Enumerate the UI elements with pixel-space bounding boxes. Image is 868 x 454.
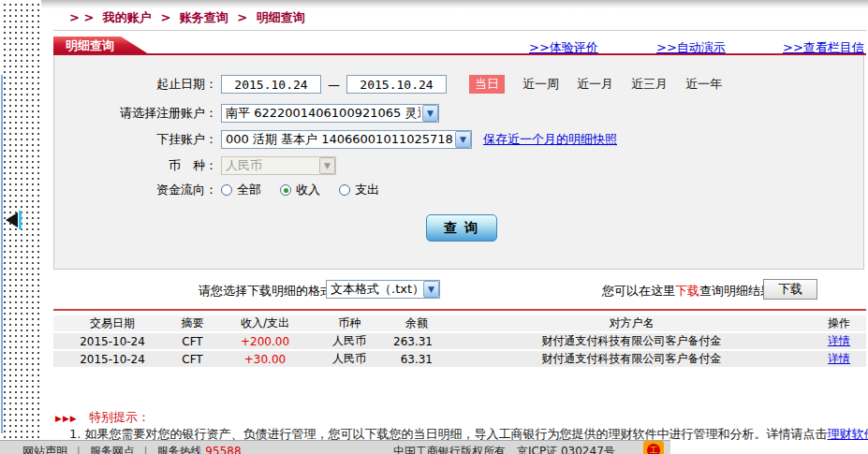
currency-row: 币 种： 人民币 ▼ xyxy=(54,155,336,176)
registered-account-value: 南平 6222001406100921065 灵通卡 xyxy=(226,105,420,122)
date-from-input[interactable] xyxy=(221,75,321,94)
cell-counterparty: 财付通支付科技有限公司客户备付金 xyxy=(451,333,812,349)
top-gradient-strip xyxy=(0,0,868,8)
detail-query-page: > > 我的账户 > 账务查询 > 明细查询 明细查询 >>体验评价 >>自动演… xyxy=(0,0,868,454)
collapse-accent-bar xyxy=(19,211,22,229)
chevron-down-icon: ▼ xyxy=(422,105,438,122)
date-to-input[interactable] xyxy=(346,75,447,94)
download-row: 请您选择下载明细的格式 文本格式（.txt） ▼ 您可以在这里下载查询明细结果 … xyxy=(53,279,866,301)
breadcrumb-divider xyxy=(53,30,866,31)
registered-account-label: 请选择注册账户： xyxy=(54,105,221,122)
footer-copyright: 中国工商银行版权所有 京ICP证 030247号 xyxy=(393,444,615,454)
breadcrumb-detail-query[interactable]: 明细查询 xyxy=(257,10,305,24)
breadcrumb-separator: > xyxy=(160,10,170,24)
tab-detail-query: 明细查询 xyxy=(53,37,149,54)
registered-account-row: 请选择注册账户： 南平 6222001406100921065 灵通卡 ▼ xyxy=(54,103,439,124)
sidebar-edge-line xyxy=(1,75,3,433)
download-format-select[interactable]: 文本格式（.txt） ▼ xyxy=(326,280,440,299)
tips-text: 1. 如果您需要对您的银行资产、负债进行管理，您可以下载您的当日明细，导入工商银… xyxy=(69,427,828,441)
currency-select-disabled: 人民币 ▼ xyxy=(221,156,336,175)
flow-radio-all-label: 全部 xyxy=(237,182,261,198)
cell-currency: 人民币 xyxy=(316,333,382,349)
breadcrumb-my-account[interactable]: 我的账户 xyxy=(103,10,152,24)
footer-links: 网站声明｜服务网点｜服务热线 95588 xyxy=(22,444,242,454)
breadcrumb: > > 我的账户 > 账务查询 > 明细查询 xyxy=(69,9,310,26)
sub-account-select[interactable]: 000 活期 基本户 1406600101102571848 ▼ xyxy=(221,130,472,149)
download-format-label: 请您选择下载明细的格式 xyxy=(199,283,332,300)
experience-review-link[interactable]: >>体验评价 xyxy=(529,39,598,56)
radio-unselected-icon xyxy=(339,184,350,196)
download-format-value: 文本格式（.txt） xyxy=(331,281,421,298)
query-button[interactable]: 查 询 xyxy=(426,214,497,242)
col-header-action: 操作 xyxy=(812,315,866,331)
detail-link[interactable]: 详情 xyxy=(828,352,850,365)
collapse-sidebar-arrow-icon[interactable] xyxy=(6,211,26,229)
icbc-logo: 工 xyxy=(643,441,664,454)
fund-flow-row: 资金流向： 全部 收入 支出 xyxy=(54,180,398,200)
cell-date: 2015-10-24 xyxy=(53,351,171,367)
breadcrumb-prefix: > > xyxy=(69,10,94,24)
detail-link[interactable]: 详情 xyxy=(828,334,850,347)
table-row: 2015-10-24 CFT +200.00 人民币 263.31 财付通支付科… xyxy=(53,333,866,349)
quick-range-year-button[interactable]: 近一年 xyxy=(685,76,722,93)
flow-radio-expense-label: 支出 xyxy=(355,182,379,198)
sub-account-row: 下挂账户： 000 活期 基本户 1406600101102571848 ▼ 保… xyxy=(54,129,617,150)
col-header-amount: 收入/支出 xyxy=(213,315,316,331)
cell-counterparty: 财付通支付科技有限公司客户备付金 xyxy=(451,351,812,367)
footer-separator: ｜ xyxy=(140,445,152,454)
cell-currency: 人民币 xyxy=(316,351,382,367)
footer-separator: ｜ xyxy=(73,445,84,454)
col-header-counterparty: 对方户名 xyxy=(451,315,812,331)
flow-radio-income-label: 收入 xyxy=(296,182,320,198)
col-header-date: 交易日期 xyxy=(53,315,171,331)
cell-balance: 63.31 xyxy=(382,351,451,367)
left-triangle-icon xyxy=(6,212,18,227)
download-hint-post: 查询明细结果 xyxy=(699,284,772,298)
footer-hotline-label: 服务热线 xyxy=(157,445,202,454)
cell-summary: CFT xyxy=(171,333,213,349)
date-range-label: 起止日期： xyxy=(54,76,221,93)
quick-range-month-button[interactable]: 近一月 xyxy=(577,76,613,93)
finance-software-download-link[interactable]: 理财软件下载/注 xyxy=(828,427,868,441)
footer-hotline-number: 95588 xyxy=(205,445,241,454)
chevron-down-icon: ▼ xyxy=(455,131,471,148)
currency-label: 币 种： xyxy=(54,157,221,174)
chevron-down-icon: ▼ xyxy=(319,157,335,174)
download-button[interactable]: 下载 xyxy=(763,279,817,300)
footer-site-statement-link[interactable]: 网站声明 xyxy=(22,445,67,454)
flow-radio-income[interactable]: 收入 xyxy=(280,182,320,198)
breadcrumb-separator: > xyxy=(237,10,247,24)
table-header-row: 交易日期 摘要 收入/支出 币种 余额 对方户名 操作 xyxy=(53,315,866,331)
col-header-currency: 币种 xyxy=(316,315,382,331)
cell-balance: 263.31 xyxy=(382,333,451,349)
col-header-summary: 摘要 xyxy=(171,315,213,331)
special-tips-title: 特别提示： xyxy=(89,410,150,424)
chevron-down-icon: ▼ xyxy=(423,281,439,298)
registered-account-select[interactable]: 南平 6222001406100921065 灵通卡 ▼ xyxy=(221,104,439,123)
cell-amount: +200.00 xyxy=(213,333,316,349)
download-hint-pre: 您可以在这里 xyxy=(602,284,675,298)
download-hint-red: 下载 xyxy=(675,284,699,298)
auto-demo-link[interactable]: >>自动演示 xyxy=(656,39,726,56)
icbc-logo-ring: 工 xyxy=(647,444,660,454)
currency-value: 人民币 xyxy=(226,157,262,174)
footer-service-outlets-link[interactable]: 服务网点 xyxy=(90,445,135,454)
breadcrumb-account-query[interactable]: 账务查询 xyxy=(180,10,228,24)
date-range-row: 起止日期： — 当日 近一周 近一月 近三月 近一年 xyxy=(54,74,722,95)
quick-range-today-button[interactable]: 当日 xyxy=(469,75,505,94)
flow-radio-expense[interactable]: 支出 xyxy=(339,182,379,198)
col-header-balance: 余额 xyxy=(382,315,451,331)
radio-unselected-icon xyxy=(221,184,232,196)
flow-radio-all[interactable]: 全部 xyxy=(221,182,261,198)
query-form-panel: 起止日期： — 当日 近一周 近一月 近三月 近一年 请选择注册账户： 南平 6… xyxy=(53,55,864,270)
save-monthly-snapshot-link[interactable]: 保存近一个月的明细快照 xyxy=(483,131,617,148)
triple-arrow-icon: ▶▶▶ xyxy=(55,414,78,423)
cell-summary: CFT xyxy=(171,351,213,367)
download-hint: 您可以在这里下载查询明细结果 xyxy=(602,283,772,300)
quick-range-week-button[interactable]: 近一周 xyxy=(522,76,559,93)
cell-date: 2015-10-24 xyxy=(53,333,171,349)
special-tips-header: ▶▶▶ 特别提示： xyxy=(55,409,150,426)
table-row: 2015-10-24 CFT +30.00 人民币 63.31 财付通支付科技有… xyxy=(53,351,866,367)
date-dash: — xyxy=(328,78,340,92)
quick-range-3months-button[interactable]: 近三月 xyxy=(631,76,668,93)
